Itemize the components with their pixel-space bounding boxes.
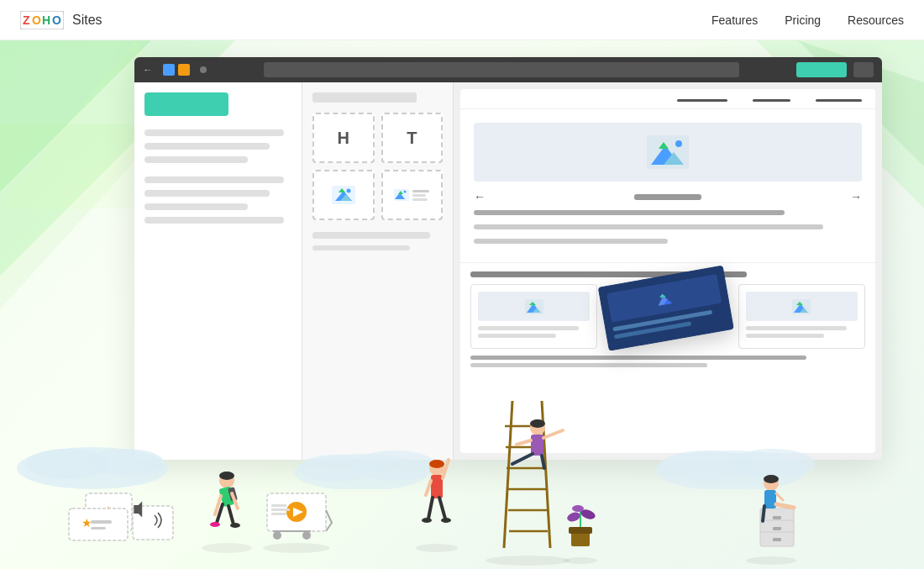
- card-item-highlighted: [598, 266, 734, 351]
- browser-chrome: ←: [134, 57, 882, 82]
- hero-progress-bar: [634, 194, 701, 200]
- browser-tab-orange: [178, 64, 190, 76]
- widget-image[interactable]: [312, 170, 375, 220]
- sidebar-nav-item: [144, 203, 248, 210]
- card-text: [478, 326, 579, 330]
- sidebar-nav-item: [144, 156, 248, 163]
- svg-point-14: [346, 189, 350, 193]
- browser-tabs: [163, 64, 190, 76]
- main-content: ←: [0, 40, 924, 569]
- widget-text[interactable]: T: [381, 113, 444, 163]
- card-mountain-icon: [792, 299, 811, 314]
- hero-nav: ← →: [474, 190, 862, 203]
- svg-text:O: O: [52, 13, 61, 27]
- text-icon: T: [407, 129, 417, 148]
- header-line-1: [677, 99, 727, 102]
- header-line-2: [753, 99, 790, 102]
- sidebar-section: [144, 176, 291, 224]
- text-line: [470, 363, 707, 367]
- text-line: [474, 210, 785, 215]
- sidebar-nav-item: [144, 143, 270, 150]
- zoho-logo-icon: Z O H O: [20, 11, 64, 29]
- card-mountain-icon: [525, 299, 543, 314]
- browser-action-button[interactable]: [796, 62, 847, 77]
- browser-back-arrow[interactable]: ←: [143, 64, 153, 76]
- card-image-3: [746, 292, 858, 321]
- canvas-header: [460, 89, 875, 109]
- text-line: [474, 224, 823, 229]
- nav-features[interactable]: Features: [711, 13, 758, 27]
- svg-text:O: O: [32, 13, 41, 27]
- text-line: [474, 239, 668, 244]
- nav-resources[interactable]: Resources: [848, 13, 904, 27]
- nav-pricing[interactable]: Pricing: [785, 13, 821, 27]
- hero-image-area: ← →: [474, 123, 862, 249]
- hero-mountain-icon: [647, 135, 689, 169]
- widget-divider: [312, 245, 410, 250]
- widget-panel-title: [312, 92, 417, 103]
- card-text: [478, 334, 556, 338]
- nav-links: Features Pricing Resources: [711, 13, 904, 27]
- canvas-cards-section: [460, 263, 875, 376]
- sidebar-nav-item: [144, 190, 270, 197]
- sidebar-nav-item: [144, 129, 284, 136]
- browser-tab-blue: [163, 64, 175, 76]
- widget-image-text[interactable]: [381, 170, 444, 220]
- browser-dot: [200, 66, 207, 73]
- widget-divider: [312, 232, 430, 239]
- browser-mockup: ←: [134, 57, 882, 460]
- hero-text-lines: [474, 210, 862, 249]
- hero-prev-arrow[interactable]: ←: [474, 190, 486, 203]
- canvas-inner: ← →: [460, 89, 875, 453]
- card-mountain-icon-dark: [654, 289, 675, 308]
- browser-settings[interactable]: [853, 62, 874, 77]
- heading-icon: H: [338, 129, 349, 148]
- svg-point-24: [675, 140, 682, 147]
- widget-heading[interactable]: H: [312, 113, 375, 163]
- canvas-hero: ← →: [460, 109, 875, 263]
- navbar: Z O H O Sites Features Pricing Resources: [0, 0, 924, 40]
- card-item-3: [738, 284, 865, 349]
- mountain-icon: [332, 186, 355, 204]
- card-text: [746, 326, 847, 330]
- brand-name: Sites: [72, 13, 102, 28]
- sidebar-nav-item: [144, 217, 284, 224]
- sidebar-nav-item: [144, 176, 284, 183]
- logo-area: Z O H O Sites: [20, 11, 102, 29]
- header-line-3: [816, 99, 862, 102]
- browser-url-bar[interactable]: [264, 62, 739, 77]
- card-text: [746, 334, 824, 338]
- widget-grid: H T: [312, 113, 443, 220]
- svg-text:Z: Z: [23, 13, 30, 27]
- editor-content: H T: [134, 82, 882, 460]
- card-item-1: [470, 284, 597, 349]
- svg-point-18: [404, 191, 407, 193]
- image-text-icon: [394, 189, 409, 201]
- svg-text:H: H: [42, 13, 50, 27]
- card-grid: [470, 284, 865, 349]
- hero-next-arrow[interactable]: →: [850, 190, 862, 203]
- hero-image-placeholder: [474, 123, 862, 182]
- main-canvas: ← →: [454, 82, 882, 460]
- editor-sidebar: [134, 82, 302, 460]
- widget-panel: H T: [302, 82, 454, 460]
- text-line: [470, 356, 806, 360]
- below-cards-text: [470, 356, 865, 367]
- sidebar-primary-button[interactable]: [144, 92, 228, 116]
- card-image-1: [478, 292, 590, 321]
